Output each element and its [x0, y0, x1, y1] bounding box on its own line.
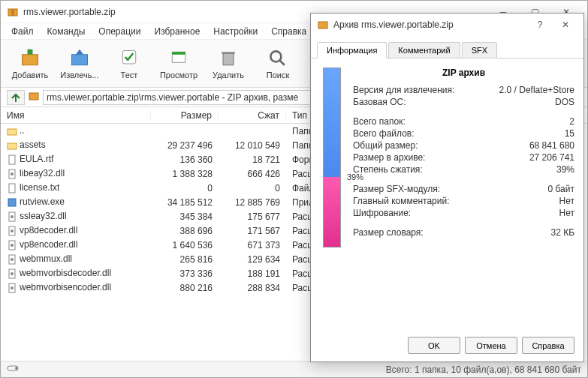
- ok-button[interactable]: OK: [408, 337, 460, 354]
- dialog-controls: ? ✕: [528, 16, 577, 33]
- dll-icon: [7, 268, 17, 279]
- info-value: 39%: [556, 164, 574, 175]
- tab-sfx[interactable]: SFX: [462, 42, 497, 58]
- view-icon: [167, 48, 191, 69]
- app-icon: [7, 6, 19, 18]
- gauge-uncompressed: [324, 68, 340, 177]
- info-row: Размер в архиве:27 206 741: [353, 152, 574, 164]
- dialog-title: Архив rms.viewer.portable.zip: [333, 20, 528, 30]
- svg-point-19: [11, 215, 14, 218]
- dialog-help-button[interactable]: ?: [528, 16, 552, 33]
- info-key: Шифрование:: [353, 208, 411, 218]
- info-key: Размер словаря:: [353, 227, 424, 238]
- dll-icon: [7, 240, 17, 250]
- svg-rect-1: [11, 9, 14, 16]
- gauge-bar: [323, 68, 341, 248]
- cancel-button[interactable]: Отмена: [465, 337, 517, 354]
- archive-icon: [28, 90, 40, 104]
- svg-rect-2: [23, 54, 38, 64]
- archive-type-heading: ZIP архив: [353, 68, 574, 78]
- info-value: Нет: [559, 196, 574, 206]
- info-key: Всего папок:: [353, 116, 406, 127]
- svg-rect-10: [29, 93, 38, 100]
- col-size[interactable]: Размер: [151, 110, 219, 121]
- dll-icon: [7, 226, 17, 236]
- tab-информация[interactable]: Информация: [317, 42, 387, 58]
- svg-rect-3: [28, 49, 33, 54]
- tab-комментарий[interactable]: Комментарий: [388, 42, 460, 58]
- dll-icon: [7, 212, 17, 222]
- info-value: 2: [569, 116, 574, 127]
- info-key: Базовая ОС:: [353, 97, 406, 107]
- dialog-tabs: ИнформацияКомментарийSFX: [311, 39, 583, 58]
- svg-point-25: [11, 258, 14, 261]
- gauge-compressed: [324, 177, 340, 247]
- dialog-buttons: OK Отмена Справка: [408, 337, 574, 354]
- dialog-close-button[interactable]: ✕: [553, 16, 577, 33]
- info-value: 0 байт: [548, 184, 574, 194]
- svg-point-31: [15, 367, 18, 370]
- tool-label: Добавить: [12, 70, 49, 80]
- folder-up-icon: [7, 126, 17, 136]
- dll-icon: [7, 283, 17, 293]
- info-row: Шифрование:Нет: [353, 207, 574, 219]
- status-text: Всего: 1 папка, 10 файл(а,ов), 68 841 68…: [22, 364, 581, 375]
- add-icon: [18, 48, 42, 69]
- info-row: Общий размер:68 841 680: [353, 140, 574, 152]
- tool-label: Просмотр: [160, 70, 198, 80]
- dll-icon: [7, 254, 17, 265]
- svg-rect-16: [9, 184, 15, 193]
- svg-rect-7: [172, 52, 185, 55]
- tool-label: Извлечь...: [60, 70, 98, 80]
- svg-rect-8: [222, 52, 235, 54]
- svg-rect-4: [72, 54, 88, 64]
- info-value: 68 841 680: [529, 140, 574, 151]
- info-key: Размер в архиве:: [353, 152, 425, 163]
- menu-избранное[interactable]: Избранное: [149, 25, 207, 38]
- info-row: Базовая ОС:DOS: [353, 96, 574, 108]
- svg-rect-32: [318, 22, 327, 28]
- status-left-icon: [7, 364, 22, 375]
- info-value: Нет: [559, 208, 574, 218]
- path-text: rms.viewer.portable.zip\rms.viewer.porta…: [47, 92, 298, 103]
- svg-rect-13: [9, 155, 15, 164]
- find-icon: [266, 48, 290, 69]
- menu-справка[interactable]: Справка: [265, 25, 312, 38]
- info-row: Степень сжатия:39%: [353, 164, 574, 176]
- dialog-icon: [317, 19, 329, 31]
- svg-point-9: [270, 51, 281, 62]
- up-button[interactable]: [7, 90, 25, 105]
- svg-point-23: [11, 244, 14, 247]
- tool-view-button[interactable]: Просмотр: [155, 43, 202, 85]
- folder-icon: [7, 140, 17, 151]
- info-value: 15: [565, 128, 574, 139]
- info-key: Главный комментарий:: [353, 196, 449, 206]
- menu-файл[interactable]: Файл: [5, 25, 40, 38]
- txt-icon: [7, 183, 17, 194]
- info-row: Размер SFX-модуля:0 байт: [353, 183, 574, 195]
- tool-test-button[interactable]: Тест: [106, 43, 152, 85]
- menu-команды[interactable]: Команды: [41, 25, 92, 38]
- dialog-title-bar: Архив rms.viewer.portable.zip ? ✕: [311, 14, 583, 36]
- tool-add-button[interactable]: Добавить: [7, 43, 53, 85]
- info-row: Версия для извлечения:2.0 / Deflate+Stor…: [353, 84, 574, 96]
- info-key: Всего файлов:: [353, 128, 415, 139]
- svg-point-29: [11, 286, 14, 290]
- svg-rect-12: [8, 143, 17, 149]
- svg-point-21: [11, 230, 14, 232]
- info-row: Всего файлов:15: [353, 128, 574, 140]
- tool-delete-button[interactable]: Удалить: [205, 43, 252, 85]
- delete-icon: [216, 48, 240, 69]
- menu-операции[interactable]: Операции: [92, 25, 146, 38]
- tool-label: Удалить: [213, 70, 244, 80]
- col-name[interactable]: Имя: [1, 110, 151, 121]
- col-packed[interactable]: Сжат: [219, 110, 286, 121]
- test-icon: [117, 48, 141, 69]
- info-key: Версия для извлечения:: [353, 85, 454, 95]
- extract-icon: [68, 48, 92, 69]
- menu-настройки[interactable]: Настройки: [207, 25, 264, 38]
- tool-extract-button[interactable]: Извлечь...: [56, 43, 103, 85]
- help-button[interactable]: Справка: [522, 337, 574, 354]
- info-row: Главный комментарий:Нет: [353, 195, 574, 207]
- tool-find-button[interactable]: Поиск: [255, 43, 301, 85]
